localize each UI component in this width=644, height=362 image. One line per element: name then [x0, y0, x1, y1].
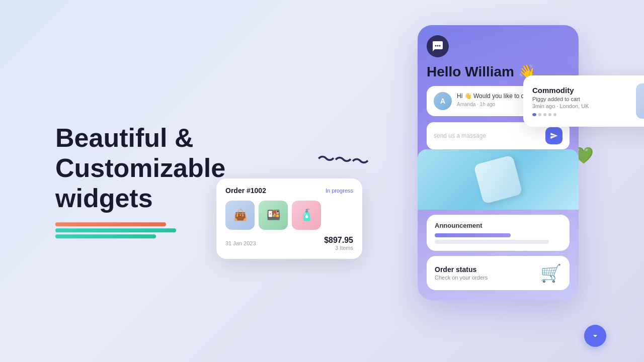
- send-button[interactable]: [545, 127, 562, 144]
- dot-1: [532, 113, 536, 116]
- squiggle-decoration: 〜〜〜: [316, 146, 369, 175]
- announcement-title: Announcement: [435, 222, 561, 229]
- announcement-bar-2: [435, 240, 549, 244]
- product-thumb-2: 🍱: [259, 201, 288, 230]
- announcement-card: Announcement: [427, 215, 570, 251]
- chat-icon: [432, 40, 444, 52]
- order-card: Order #1002 In progress 👜 🍱 🧴 31 Jan 202…: [216, 178, 362, 259]
- wavy-decoration: [55, 223, 225, 239]
- order-price: $897.95: [324, 236, 353, 245]
- announcement-bar-1: [435, 233, 511, 237]
- cart-icon: 🛒: [540, 263, 561, 283]
- wavy-line-orange: [55, 223, 166, 227]
- send-icon: [550, 132, 558, 140]
- input-placeholder: send us a massage: [434, 132, 486, 139]
- order-card-header: Order #1002 In progress: [225, 187, 353, 195]
- svg-point-2: [439, 45, 441, 47]
- commodity-subtitle: Piggy added to cart: [532, 96, 629, 102]
- avatar: A: [434, 92, 452, 110]
- chevron-down-icon: [590, 331, 600, 341]
- order-price-block: $897.95 3 Items: [324, 236, 353, 251]
- hero-title: Beautiful & Customizable widgets: [55, 123, 225, 213]
- commodity-dots: [532, 113, 629, 116]
- product-thumb-1: 👜: [225, 201, 255, 230]
- dot-4: [548, 113, 551, 116]
- order-status-title: Order status: [435, 265, 488, 274]
- order-number: Order #1002: [225, 187, 266, 195]
- order-status-card[interactable]: Order status Check on your orders 🛒: [427, 256, 570, 290]
- wavy-line-teal2: [55, 235, 156, 239]
- svg-point-0: [435, 45, 437, 47]
- dot-3: [543, 113, 546, 116]
- order-footer: 31 Jan 2023 $897.95 3 Items: [225, 236, 353, 251]
- commodity-popup: Commodity Piggy added to cart 3min ago ·…: [523, 75, 644, 127]
- blue-3d-shape: [418, 149, 579, 210]
- wavy-line-teal: [55, 229, 176, 233]
- order-status-text: Order status Check on your orders: [435, 265, 488, 281]
- chat-icon-bubble: [427, 35, 449, 57]
- down-arrow-button[interactable]: [584, 325, 606, 347]
- dot-5: [553, 113, 556, 116]
- commodity-text: Commodity Piggy added to cart 3min ago ·…: [532, 86, 629, 116]
- 3d-box: [473, 155, 523, 204]
- order-items-count: 3 Items: [324, 245, 353, 251]
- commodity-title: Commodity: [532, 86, 629, 95]
- commodity-location: 3min ago · London, UK: [532, 103, 629, 109]
- main-phone-card: Hello William 👋 A Hi 👋 Would you like to…: [418, 25, 579, 300]
- order-status-subtitle: Check on your orders: [435, 275, 488, 281]
- commodity-product-image: 👜: [636, 83, 644, 119]
- order-status-badge: In progress: [326, 188, 353, 194]
- order-date: 31 Jan 2023: [225, 240, 256, 246]
- svg-point-1: [437, 45, 439, 47]
- product-thumb-3: 🧴: [292, 201, 321, 230]
- phone-container: Commodity Piggy added to cart 3min ago ·…: [418, 25, 579, 300]
- hero-section: Beautiful & Customizable widgets: [55, 123, 225, 238]
- dot-2: [538, 113, 541, 116]
- order-products: 👜 🍱 🧴: [225, 201, 353, 230]
